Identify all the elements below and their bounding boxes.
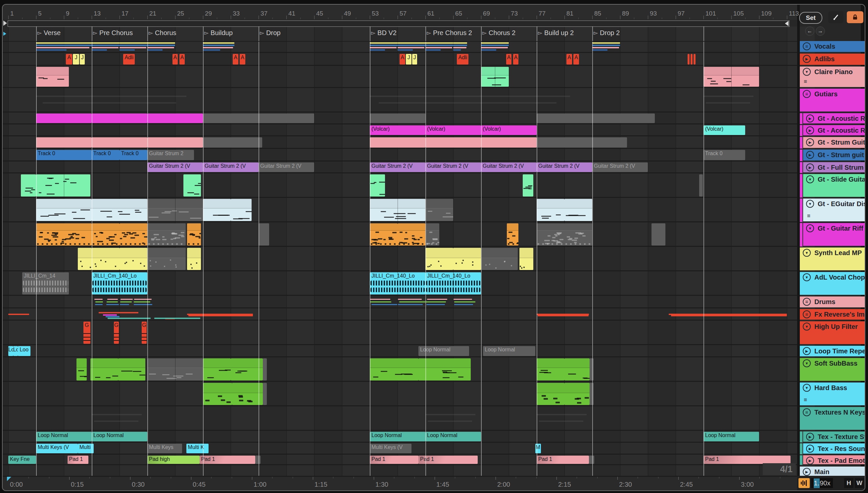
clip[interactable] bbox=[370, 41, 398, 51]
clip[interactable] bbox=[481, 248, 518, 270]
locator-pre-chorus-2[interactable]: ▻Pre Chorus 2 bbox=[427, 29, 472, 37]
clip[interactable]: A bbox=[179, 54, 185, 65]
clip[interactable] bbox=[699, 174, 703, 196]
clip[interactable] bbox=[703, 67, 759, 87]
track-header-claire-piano[interactable]: ▼Claire Piano≡ bbox=[800, 66, 865, 87]
group-unfold-icon[interactable]: ≡ bbox=[803, 298, 811, 306]
clip[interactable] bbox=[231, 199, 252, 221]
play-track-icon[interactable]: ▶ bbox=[806, 457, 814, 464]
clip[interactable]: Pad high bbox=[147, 456, 199, 464]
clip[interactable]: Multi Keys (V bbox=[36, 444, 78, 453]
track-header-adl-vocal-chop[interactable]: ▼AdL Vocal Chop bbox=[800, 272, 865, 295]
clip[interactable]: M bbox=[535, 444, 541, 453]
track-header-vocals[interactable]: ≡Vocals bbox=[800, 41, 865, 52]
group-unfold-icon[interactable]: ≡ bbox=[803, 408, 811, 416]
clip[interactable] bbox=[231, 358, 263, 381]
clip[interactable]: Pad 1 bbox=[199, 456, 255, 464]
loop-scrub-bar[interactable] bbox=[7, 21, 789, 27]
track-header-gt-strum-guit[interactable]: ▶Gt - Strum guit bbox=[803, 150, 865, 160]
clip[interactable] bbox=[537, 223, 592, 245]
clip[interactable]: Multi K bbox=[186, 444, 209, 453]
clip[interactable] bbox=[36, 137, 92, 148]
locator-drop-2[interactable]: ▻Drop 2 bbox=[594, 29, 620, 37]
clip[interactable]: A bbox=[400, 54, 405, 65]
clip[interactable] bbox=[453, 297, 481, 307]
play-track-icon[interactable]: ▶ bbox=[806, 151, 814, 159]
clip[interactable] bbox=[120, 41, 147, 51]
nav-forward-button[interactable]: → bbox=[816, 26, 825, 36]
clip[interactable]: Lo bbox=[8, 346, 13, 356]
clip[interactable]: A bbox=[513, 54, 519, 65]
group-unfold-icon[interactable]: ≡ bbox=[803, 310, 811, 318]
track-header-synth-lead-mp[interactable]: ▼Synth Lead MP bbox=[800, 248, 865, 270]
clip[interactable]: Loo bbox=[18, 346, 30, 356]
group-unfold-icon[interactable]: ≡ bbox=[803, 42, 811, 50]
clip[interactable] bbox=[120, 297, 133, 307]
clip[interactable] bbox=[92, 199, 147, 221]
track-header-tex-pad-emoti[interactable]: ▶Tex - Pad Emoti bbox=[803, 455, 865, 464]
clip[interactable] bbox=[687, 54, 690, 65]
clip[interactable] bbox=[370, 199, 425, 221]
fold-track-icon[interactable]: ▼ bbox=[803, 384, 811, 392]
play-track-icon[interactable]: ▶ bbox=[806, 126, 814, 134]
clip[interactable]: G bbox=[114, 322, 119, 344]
clip[interactable] bbox=[147, 113, 203, 123]
clip[interactable] bbox=[590, 383, 594, 405]
clip[interactable] bbox=[203, 383, 232, 405]
clip[interactable] bbox=[425, 137, 481, 148]
track-header-gt-slide-guita[interactable]: ▼Gt - Slide Guita bbox=[803, 174, 865, 197]
locator-chorus[interactable]: ▻Chorus bbox=[149, 29, 176, 37]
clip[interactable] bbox=[203, 358, 231, 381]
clip[interactable] bbox=[258, 223, 269, 245]
clip[interactable] bbox=[92, 113, 147, 123]
clip[interactable] bbox=[398, 297, 425, 307]
clip[interactable]: Lo bbox=[13, 346, 18, 356]
locator-verse[interactable]: ▻Verse bbox=[37, 29, 61, 37]
fold-track-icon[interactable]: ▼ bbox=[806, 175, 814, 183]
clip[interactable] bbox=[398, 41, 425, 51]
clip[interactable]: Adli bbox=[123, 54, 135, 65]
nav-back-button[interactable]: ← bbox=[805, 26, 814, 36]
play-track-icon[interactable]: ▶ bbox=[806, 114, 814, 123]
clip[interactable]: Multi Keys bbox=[147, 444, 182, 453]
clip[interactable] bbox=[703, 89, 759, 111]
clip[interactable]: JILLI_Cm_140_Lo bbox=[92, 272, 147, 295]
clip[interactable]: Guitar Strum 2 (V bbox=[203, 163, 258, 172]
clip[interactable] bbox=[425, 41, 453, 51]
play-track-icon[interactable]: ▶ bbox=[803, 468, 811, 476]
track-header-gt-eguitar-dis[interactable]: ▼Gt - EGuitar Dis≡ bbox=[803, 198, 865, 221]
clip[interactable] bbox=[36, 223, 92, 245]
clip[interactable]: JILLI_Cm_140_Lo bbox=[425, 272, 481, 295]
clip[interactable] bbox=[537, 309, 589, 319]
clip[interactable] bbox=[133, 297, 152, 307]
track-header-gt-acoustic-r[interactable]: ▶Gt - Acoustic R bbox=[803, 113, 865, 123]
clip[interactable] bbox=[92, 223, 120, 245]
clip[interactable]: J bbox=[73, 54, 79, 65]
clip[interactable]: Pad 1 bbox=[703, 456, 790, 464]
locator-build-up-2[interactable]: ▻Build up 2 bbox=[538, 29, 574, 37]
clip[interactable] bbox=[370, 358, 419, 381]
zoom-level-display[interactable]: 1.90x bbox=[811, 478, 833, 488]
clip[interactable] bbox=[691, 54, 693, 65]
clip[interactable] bbox=[203, 137, 262, 148]
clip[interactable] bbox=[537, 199, 565, 221]
clip[interactable] bbox=[120, 248, 147, 270]
fold-track-icon[interactable]: ▼ bbox=[806, 200, 814, 208]
clip[interactable]: JILLI_Cm_14 bbox=[22, 272, 69, 295]
clip[interactable] bbox=[589, 456, 595, 464]
clip[interactable] bbox=[120, 223, 147, 245]
clip[interactable] bbox=[92, 137, 147, 148]
clip[interactable]: Pad 1 bbox=[537, 456, 589, 464]
clip[interactable] bbox=[565, 199, 592, 221]
locator-row[interactable]: ▻Verse▻Pre Chorus▻Chorus▻Buildup▻Drop▻BD… bbox=[3, 26, 797, 42]
clip[interactable] bbox=[481, 137, 537, 148]
clip[interactable] bbox=[77, 358, 87, 381]
track-header-soft-subbass[interactable]: ▼Soft SubBass bbox=[800, 358, 865, 381]
clip[interactable]: Guitar Strum 2 (V bbox=[258, 163, 314, 172]
fold-track-icon[interactable]: ▼ bbox=[803, 323, 811, 330]
clip[interactable]: A bbox=[506, 54, 512, 65]
clip[interactable] bbox=[370, 174, 385, 196]
play-track-icon[interactable]: ▶ bbox=[806, 138, 814, 146]
clip[interactable] bbox=[92, 407, 147, 429]
clip[interactable]: Adli bbox=[457, 54, 469, 65]
